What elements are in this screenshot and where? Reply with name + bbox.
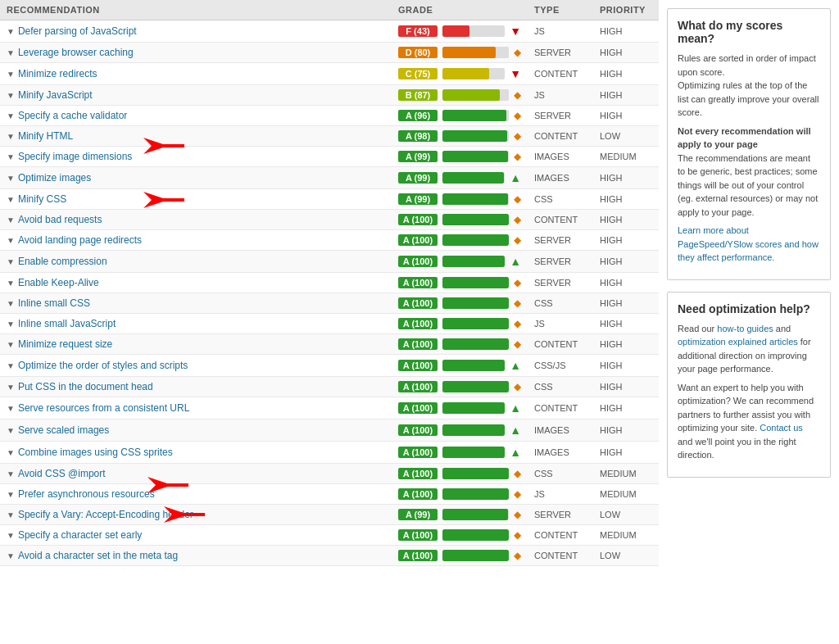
grade-cell: A (98) ◆ xyxy=(392,126,528,147)
scores-link[interactable]: Learn more about PageSpeed/YSlow scores … xyxy=(678,224,820,265)
rec-link[interactable]: Serve scaled images xyxy=(18,424,109,436)
rec-link[interactable]: Optimize images xyxy=(18,172,91,184)
expand-arrow[interactable]: ▼ xyxy=(7,551,15,560)
expand-arrow[interactable]: ▼ xyxy=(7,257,15,266)
rec-link[interactable]: Enable compression xyxy=(18,256,107,267)
rec-link[interactable]: Avoid CSS @import xyxy=(18,468,106,479)
priority-text: HIGH xyxy=(600,382,623,392)
expand-arrow[interactable]: ▼ xyxy=(7,215,15,224)
expand-arrow[interactable]: ▼ xyxy=(7,469,15,478)
expand-arrow[interactable]: ▼ xyxy=(7,320,15,329)
grade-bar-container: A (100) ◆ xyxy=(398,381,521,392)
rec-link[interactable]: Minimize redirects xyxy=(18,68,98,79)
how-to-guides-link[interactable]: how-to guides xyxy=(717,324,773,333)
expand-arrow[interactable]: ▼ xyxy=(7,448,15,457)
optimization-p2: Want an expert to help you with optimiza… xyxy=(678,381,820,462)
rec-link[interactable]: Minify HTML xyxy=(18,130,73,142)
bar-track xyxy=(442,256,505,267)
grade-bar-container: A (99) ◆ xyxy=(398,151,521,162)
grade-bar-container: C (75) ▼ xyxy=(398,67,521,80)
expand-arrow[interactable]: ▼ xyxy=(7,531,15,540)
rec-link[interactable]: Avoid bad requests xyxy=(18,214,102,225)
expand-arrow[interactable]: ▼ xyxy=(7,404,15,413)
bar-track xyxy=(442,381,509,392)
grade-label: A (100) xyxy=(398,338,438,350)
bar-fill xyxy=(442,172,504,184)
expand-arrow[interactable]: ▼ xyxy=(7,490,15,499)
rec-link[interactable]: Avoid a character set in the meta tag xyxy=(18,550,178,561)
expand-arrow[interactable]: ▼ xyxy=(7,48,15,57)
expand-arrow[interactable]: ▼ xyxy=(7,383,15,392)
priority-cell: HIGH xyxy=(593,293,659,314)
rec-link[interactable]: Optimize the order of styles and scripts xyxy=(18,360,188,371)
type-text: SERVER xyxy=(534,235,571,245)
bar-fill xyxy=(442,360,505,371)
type-cell: JS xyxy=(528,85,593,106)
priority-text: HIGH xyxy=(600,173,623,183)
expand-arrow[interactable]: ▼ xyxy=(7,361,15,370)
expand-arrow[interactable]: ▼ xyxy=(7,340,15,349)
priority-cell: MEDIUM xyxy=(593,525,659,546)
table-row: ▼Avoid CSS @import A (100) ◆ CSSMEDIUM xyxy=(0,464,659,484)
grade-label: F (43) xyxy=(398,25,438,37)
rec-link[interactable]: Inline small CSS xyxy=(18,297,90,309)
type-cell: CONTENT xyxy=(528,546,593,566)
type-cell: SERVER xyxy=(528,273,593,293)
rec-link[interactable]: Defer parsing of JavaScript xyxy=(18,25,137,37)
expand-arrow[interactable]: ▼ xyxy=(7,299,15,308)
expand-arrow[interactable]: ▼ xyxy=(7,111,15,120)
table-row: ▼Specify a Vary: Accept-Encoding header … xyxy=(0,505,659,525)
rec-link[interactable]: Specify image dimensions xyxy=(18,151,132,162)
expand-arrow[interactable]: ▼ xyxy=(7,27,15,36)
optimization-articles-link[interactable]: optimization explained articles xyxy=(678,337,798,347)
optimization-help-title: Need optimization help? xyxy=(678,302,820,315)
grade-label: A (100) xyxy=(398,468,438,479)
rec-cell: ▼Enable Keep-Alive xyxy=(0,273,392,293)
expand-arrow[interactable]: ▼ xyxy=(7,279,15,288)
expand-arrow[interactable]: ▼ xyxy=(7,132,15,141)
rec-link[interactable]: Put CSS in the document head xyxy=(18,381,153,392)
rec-link[interactable]: Serve resources from a consistent URL xyxy=(18,402,189,414)
rec-link[interactable]: Specify a Vary: Accept-Encoding header xyxy=(18,509,193,520)
expand-arrow[interactable]: ▼ xyxy=(7,236,15,245)
rec-cell: ▼Serve resources from a consistent URL xyxy=(0,397,392,420)
priority-text: HIGH xyxy=(600,90,623,100)
type-text: SERVER xyxy=(534,278,571,288)
grade-bar-container: A (100) ◆ xyxy=(398,338,521,350)
grade-label: B (87) xyxy=(398,89,438,101)
rec-link[interactable]: Specify a cache validator xyxy=(18,110,127,121)
grade-cell: A (100) ◆ xyxy=(392,210,528,230)
rec-link[interactable]: Inline small JavaScript xyxy=(18,318,116,329)
expand-arrow[interactable]: ▼ xyxy=(7,195,15,204)
diamond-icon: ◆ xyxy=(514,338,521,350)
grade-label: A (100) xyxy=(398,488,438,500)
bar-track xyxy=(442,193,509,205)
rec-link[interactable]: Leverage browser caching xyxy=(18,47,134,58)
priority-text: HIGH xyxy=(600,298,623,308)
grade-label: D (80) xyxy=(398,47,438,58)
rec-link[interactable]: Prefer asynchronous resources xyxy=(18,488,155,500)
bar-fill xyxy=(442,234,509,246)
type-cell: CSS xyxy=(528,377,593,397)
expand-arrow[interactable]: ▼ xyxy=(7,91,15,100)
contact-us-link[interactable]: Contact us xyxy=(760,423,803,433)
rec-link[interactable]: Combine images using CSS sprites xyxy=(18,447,173,458)
rec-link[interactable]: Enable Keep-Alive xyxy=(18,277,99,288)
arrow-down-icon: ▼ xyxy=(510,25,521,38)
rec-link[interactable]: Minimize request size xyxy=(18,338,112,350)
expand-arrow[interactable]: ▼ xyxy=(7,152,15,161)
type-text: CONTENT xyxy=(534,530,578,540)
rec-link[interactable]: Minify CSS xyxy=(18,193,66,205)
expand-arrow[interactable]: ▼ xyxy=(7,174,15,183)
expand-arrow[interactable]: ▼ xyxy=(7,426,15,435)
rec-link[interactable]: Avoid landing page redirects xyxy=(18,234,142,246)
expand-arrow[interactable]: ▼ xyxy=(7,510,15,519)
rec-cell: ▼Put CSS in the document head xyxy=(0,377,392,397)
optimization-p1: Read our how-to guides and optimization … xyxy=(678,322,820,376)
table-row: ▼Specify a cache validator A (96) ◆ SERV… xyxy=(0,106,659,126)
expand-arrow[interactable]: ▼ xyxy=(7,70,15,79)
diamond-icon: ◆ xyxy=(514,550,521,561)
rec-link[interactable]: Minify JavaScript xyxy=(18,89,93,101)
type-text: SERVER xyxy=(534,48,571,57)
rec-link[interactable]: Specify a character set early xyxy=(18,529,142,541)
